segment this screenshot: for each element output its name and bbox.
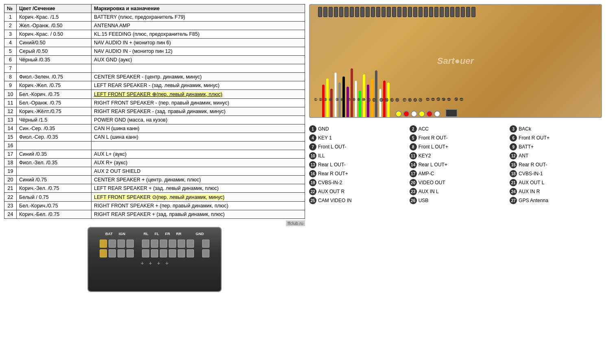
row-color: Бел.-Корич./0.75 [17,202,92,210]
conn-label-rl: RL [144,232,148,236]
conn-pin [187,240,194,248]
pin-label: AUX OUT L [519,180,544,185]
conn-label-ign: IGN [119,232,125,236]
pin-legend-item: 15Rear R OUT- [510,161,602,168]
pin-legend-item: 2ACC [410,125,502,133]
table-row: 3Корич.-Крас. / 0.50KL.15 FEEDING (плюс,… [4,30,305,39]
conn-pin [142,249,149,257]
conn-pin [118,249,125,257]
table-row: 6Чёрный /0.35AUX GND (аукс) [4,56,305,64]
pin-legend-item: 25CAM VIDEO IN [309,197,401,204]
pcb-pin [318,7,322,17]
wires-area [310,52,601,117]
table-row: 5Серый /0.50NAV AUDIO IN - (монитор пин … [4,47,305,56]
row-color [17,64,92,73]
pin-number: 6 [510,134,517,142]
table-row: 21Корич.-Зел. /0.75LEFT REAR SPEAKER + (… [4,184,305,193]
table-row: 17Синий /0.35AUX L+ (аукс) [4,150,305,159]
pcb-pin [419,7,423,17]
row-num: 19 [4,167,17,176]
pin-label: AUX IN L [419,189,439,194]
conn-pin [151,249,158,257]
conn-pin [202,240,209,248]
row-color: Чёрный /1.5 [17,116,92,124]
left-section: № Цвет /Сечение Маркировка и назначение … [4,4,305,360]
row-color: Фиол.-Зелен. /0.75 [17,73,92,81]
pcb-pin [387,7,391,17]
row-num: 24 [4,210,17,219]
pin-legend-item: 21AUX OUT L [510,179,602,186]
pin-legend-item: 3BACk [510,125,602,133]
table-row: 13Чёрный /1.5POWER GND (масса, на кузов) [4,116,305,124]
pin-number: 9 [510,143,517,150]
row-desc: CENTER SPEAKER - (центр. динамик, минус) [92,73,305,81]
pcb-pin [445,7,449,17]
table-row: 14Син.-Сер. /0.35CAN H (шина канн) [4,124,305,133]
conn-label-bat: BAT [105,232,113,236]
table-row: 22Белый / 0.75LEFT FRONT SPEAKER ⊙(пер. … [4,193,305,202]
pcb-pin [371,7,375,17]
pin-number: 19 [309,179,316,186]
table-row: 9Корич.-Жел. /0.75LEFT REAR SPEAKER - (з… [4,81,305,90]
row-color: Жел.-Оранж. /0.50 [17,22,92,30]
table-row: 4Синий/0.50NAV AUDIO IN + (монитор пин 6… [4,39,305,47]
pin-legend-item: 10ILL [309,152,401,159]
pin-number: 15 [510,161,517,168]
pin-number: 13 [309,161,316,168]
row-desc [92,64,305,73]
table-row: 12Корич.-Жёлт./0.75RIGHT REAR SPEAKER - … [4,107,305,116]
pin-legend-item: 1GND [309,125,401,133]
conn-pin [126,240,134,248]
pin-number: 8 [410,143,417,150]
row-desc: AUX L+ (аукс) [92,150,305,159]
pcb-pin [360,7,364,17]
pin-number: 26 [410,197,417,204]
pcb-pin [329,7,333,17]
pin-label: ILL [318,153,325,159]
pin-number: 25 [309,197,316,204]
conn-pin [100,249,107,257]
row-num: 14 [4,124,17,133]
table-row: 16 [4,142,305,150]
table-row: 8Фиол.-Зелен. /0.75CENTER SPEAKER - (цен… [4,73,305,81]
row-desc: NAV AUDIO IN - (монитор пин 12) [92,47,305,56]
conn-label-fl: FL [155,232,159,236]
conn-pin [169,240,176,248]
pin-legend-item: 22AUX OUT R [309,188,401,195]
connector-labels: BAT IGN RL FL FR RR GND [105,232,204,236]
row-desc: LEFT FRONT SPEAKER ⊕(пер. левый динамик,… [92,90,305,99]
table-row: 20Синий /0.75CENTER SPEAKER + (центр. ди… [4,176,305,184]
pin-number: 18 [510,170,517,177]
pin-legend-item: 5Front R OUT- [410,134,502,142]
pcb-pin [413,7,417,17]
row-desc: AUX 2 OUT SHIELD [92,167,305,176]
row-num: 16 [4,142,17,150]
pcb-pin [339,7,343,17]
table-row: 18Фиол.-Зел. /0.35AUX R+ (аукс) [4,159,305,167]
pin-number: 14 [410,161,417,168]
row-desc [92,142,305,150]
row-num: 18 [4,159,17,167]
pin-label: AUX OUT R [318,189,344,194]
pin-legend-item: 4KEY 1 [309,134,401,142]
pcb-pin [376,7,380,17]
pin-number: 5 [410,134,417,142]
row-color [17,167,92,176]
row-desc: CAN H (шина канн) [92,124,305,133]
pin-label: CAM VIDEO IN [318,198,352,203]
table-row: 7 [4,64,305,73]
pcb-pin [450,7,454,17]
pin-label: ACC [419,126,429,132]
pcb-pin [344,7,349,17]
pin-number: 16 [309,170,316,177]
row-color: Фиол.-Сер. /0.35 [17,133,92,142]
row-color: Син.-Сер. /0.35 [17,124,92,133]
pin-label: AMP-C [419,171,434,177]
row-num: 8 [4,73,17,81]
row-color: Корич.-Крас. / 0.50 [17,30,92,39]
row-num: 2 [4,22,17,30]
pin-number: 21 [510,179,517,186]
row-color: Белый / 0.75 [17,193,92,202]
col-header-desc: Маркировка и назначение [92,4,305,13]
row-num: 15 [4,133,17,142]
